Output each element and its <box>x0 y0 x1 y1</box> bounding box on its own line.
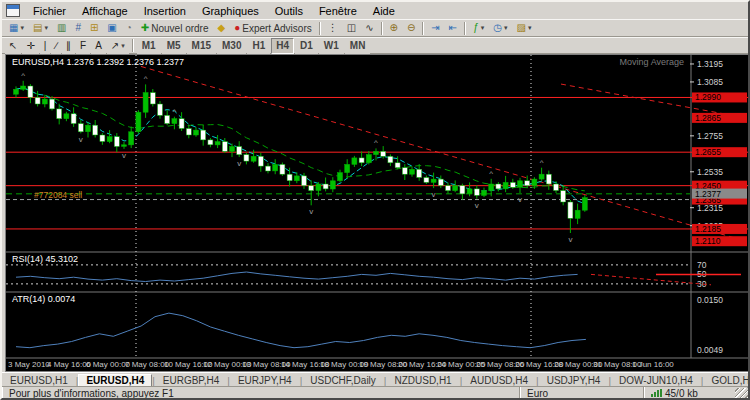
chart-bars-button[interactable]: ⋮ <box>324 20 342 36</box>
svg-text:v: v <box>79 135 83 144</box>
svg-text:v: v <box>518 195 522 204</box>
new-chart-dropdown-icon[interactable]: ▾ <box>20 24 24 32</box>
expert-advisors-icon: ● <box>234 23 240 33</box>
toolbar-separator <box>422 22 424 35</box>
menu-insertion[interactable]: Insertion <box>137 4 193 18</box>
timeframe-h4-button[interactable]: H4 <box>271 38 294 54</box>
svg-text:7 May 08:00: 7 May 08:00 <box>125 360 170 369</box>
svg-text:^: ^ <box>173 107 177 116</box>
resize-grip[interactable] <box>735 388 748 400</box>
data-window-icon: # <box>75 23 81 33</box>
expert-advisors-button[interactable]: ●Expert Advisors <box>230 20 316 36</box>
auto-scroll-button[interactable]: ⇥ <box>427 20 443 36</box>
chart-candles-button[interactable]: ◫ <box>343 20 360 36</box>
indicators-dropdown-icon[interactable]: ▾ <box>481 24 485 32</box>
svg-text:3 May 2010: 3 May 2010 <box>8 360 50 369</box>
indicators-button[interactable]: ƒ▾ <box>469 20 488 36</box>
timeframe-mn-button[interactable]: MN <box>345 38 371 54</box>
svg-text:1.2655: 1.2655 <box>695 147 721 157</box>
connection-speed: 45/0 kb <box>665 388 698 399</box>
svg-text:70: 70 <box>697 260 707 270</box>
timeframe-h1-button[interactable]: H1 <box>247 38 270 54</box>
svg-text:4 May 16:00: 4 May 16:00 <box>47 360 92 369</box>
svg-text:^: ^ <box>489 169 493 178</box>
cursor-icon: ↖ <box>9 41 17 51</box>
expert-advisors-label: Expert Advisors <box>242 23 311 34</box>
menu-graphiques[interactable]: Graphiques <box>195 4 266 18</box>
navigator-button[interactable]: ⊞ <box>86 20 102 36</box>
status-connection[interactable]: 45/0 kb <box>644 387 748 400</box>
chart-area[interactable]: ^^^^^^vvvvvvvv1.31951.30851.27551.25351.… <box>5 54 749 372</box>
zoom-in-button[interactable]: ⊕ <box>386 20 402 36</box>
zoom-out-button[interactable]: ⊖ <box>403 20 419 36</box>
trendline-button[interactable]: ∕ <box>51 38 61 54</box>
new-order-button[interactable]: ✚Nouvel ordre <box>137 20 213 36</box>
profiles-icon: ▤ <box>33 23 42 33</box>
zoom-in-icon: ⊕ <box>390 23 398 33</box>
text-label-button[interactable]: A <box>91 38 106 54</box>
data-window-button[interactable]: # <box>71 20 85 36</box>
auto-scroll-icon: ⇥ <box>431 23 439 33</box>
connection-bars-icon <box>651 389 662 397</box>
svg-text:v: v <box>237 159 241 168</box>
svg-text:1.2110: 1.2110 <box>695 236 721 246</box>
profiles-dropdown-icon[interactable]: ▾ <box>44 24 48 32</box>
timeframe-m15-button[interactable]: M15 <box>187 38 216 54</box>
arrows-button[interactable]: ↗▾ <box>107 38 129 54</box>
timeframe-m30-button[interactable]: M30 <box>217 38 246 54</box>
svg-text:1.2755: 1.2755 <box>697 131 723 141</box>
menu-fichier[interactable]: Fichier <box>26 4 73 18</box>
indicators-icon: ƒ <box>473 23 479 33</box>
terminal-button[interactable]: ▣ <box>103 20 120 36</box>
menu-affichage[interactable]: Affichage <box>75 4 135 18</box>
svg-text:^: ^ <box>144 74 148 83</box>
arrows-icon: ↗ <box>111 41 119 51</box>
new-order-icon: ✚ <box>141 23 149 33</box>
menu-fentre[interactable]: Fenêtre <box>312 4 364 18</box>
market-watch-button[interactable]: ▥ <box>53 20 70 36</box>
fibonacci-button[interactable]: F <box>76 38 90 54</box>
trendline-icon: ∕ <box>55 41 57 51</box>
metaeditor-icon: ◆ <box>218 23 226 33</box>
crosshair-icon: ✛ <box>26 41 34 51</box>
new-chart-button[interactable]: ▦▾ <box>5 20 28 36</box>
menu-aide[interactable]: Aide <box>366 4 402 18</box>
chart-shift-icon: ⇤ <box>449 23 457 33</box>
timeframe-m1-button[interactable]: M1 <box>137 38 161 54</box>
svg-text:1.3195: 1.3195 <box>697 59 723 69</box>
crosshair-button[interactable]: ✛ <box>22 38 38 54</box>
menu-outils[interactable]: Outils <box>268 4 310 18</box>
vertical-line-button[interactable]: | <box>40 38 51 54</box>
timeframe-w1-button[interactable]: W1 <box>319 38 344 54</box>
strategy-tester-button[interactable]: ◔ <box>122 20 136 36</box>
timeframe-m5-button[interactable]: M5 <box>162 38 186 54</box>
svg-text:v: v <box>432 190 436 199</box>
toolbar-separator <box>464 22 466 35</box>
svg-text:6 May 00:00: 6 May 00:00 <box>86 360 131 369</box>
chart-line-button[interactable]: ∿ <box>361 20 377 36</box>
templates-dropdown-icon[interactable]: ▾ <box>528 24 532 32</box>
arrows-dropdown-icon[interactable]: ▾ <box>121 42 125 50</box>
templates-button[interactable]: ▨▾ <box>512 20 535 36</box>
metaeditor-button[interactable]: ◆ <box>214 20 230 36</box>
svg-text:0.0150: 0.0150 <box>697 295 723 305</box>
status-help-text: Pour plus d'informations, appuyez F1 <box>2 387 520 400</box>
periods-dropdown-icon[interactable]: ▾ <box>504 24 508 32</box>
periods-button[interactable]: ◷▾ <box>489 20 511 36</box>
zoom-out-icon: ⊖ <box>407 23 415 33</box>
svg-text:^: ^ <box>21 71 25 80</box>
fibonacci-icon: F <box>80 41 86 51</box>
equidistant-channel-button[interactable]: ∥ <box>62 38 75 54</box>
price-chart-canvas[interactable]: ^^^^^^vvvvvvvv1.31951.30851.27551.25351.… <box>6 55 748 371</box>
chart-tab-bar: EURUSD,H1|EURUSD,H4|EURGBP,H4|EURJPY,H4|… <box>2 372 748 387</box>
app-icon <box>6 4 20 17</box>
menu-bar: FichierAffichageInsertionGraphiquesOutil… <box>2 2 750 19</box>
chart-bars-icon: ⋮ <box>328 23 338 33</box>
cursor-button[interactable]: ↖ <box>5 38 21 54</box>
chart-shift-button[interactable]: ⇤ <box>445 20 461 36</box>
timeframe-d1-button[interactable]: D1 <box>295 38 318 54</box>
svg-text:1.2535: 1.2535 <box>697 167 723 177</box>
profiles-button[interactable]: ▤▾ <box>29 20 52 36</box>
periods-icon: ◷ <box>493 23 502 33</box>
equidistant-channel-icon: ∥ <box>66 41 71 51</box>
